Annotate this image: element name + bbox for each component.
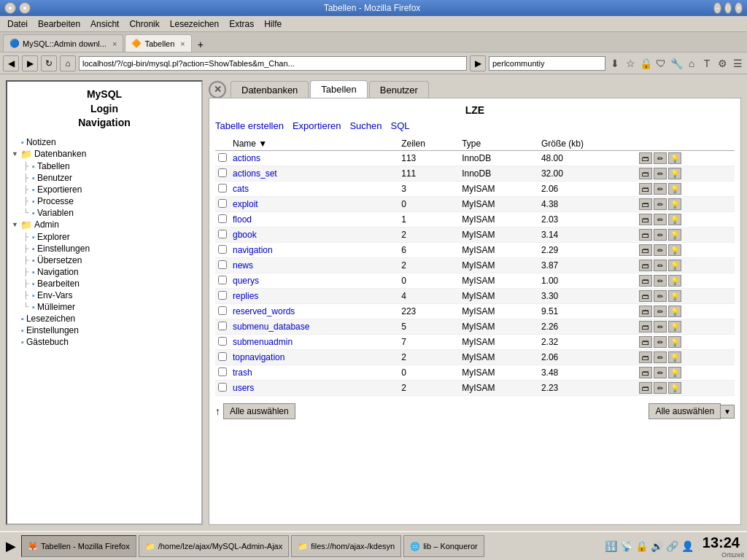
row-browse-icon[interactable]: 🗃	[639, 260, 652, 271]
text-size-icon[interactable]: T	[700, 57, 713, 70]
row-delete-icon[interactable]: 💡	[668, 152, 681, 164]
row-checkbox[interactable]	[218, 168, 227, 177]
row-edit-icon[interactable]: ✏	[654, 183, 667, 195]
col-name[interactable]: Name ▼	[230, 137, 398, 151]
row-checkbox[interactable]	[218, 214, 227, 223]
row-delete-icon[interactable]: 💡	[668, 183, 681, 195]
col-zeilen[interactable]: Zeilen	[398, 137, 459, 151]
row-name-link[interactable]: replies	[233, 291, 258, 301]
sidebar-item-admin[interactable]: ▼ 📁 Admin	[10, 219, 198, 231]
sidebar-item-explorer[interactable]: ├ ▪ Explorer	[22, 231, 198, 243]
tab-tabellen[interactable]: Tabellen	[310, 80, 367, 98]
row-name-link[interactable]: submenu_database	[233, 322, 309, 332]
row-delete-icon[interactable]: 💡	[668, 306, 681, 317]
lock-icon[interactable]: 🔒	[639, 57, 652, 70]
row-edit-icon[interactable]: ✏	[654, 198, 667, 210]
menu-datei[interactable]: Datei	[3, 18, 32, 31]
row-checkbox-cell[interactable]	[215, 365, 230, 381]
row-edit-icon[interactable]: ✏	[654, 214, 667, 225]
sidebar-item-envvars[interactable]: ├ ▪ Env-Vars	[22, 289, 198, 301]
row-browse-icon[interactable]: 🗃	[639, 244, 652, 256]
row-checkbox-cell[interactable]	[215, 273, 230, 289]
row-name-link[interactable]: trash	[233, 368, 252, 378]
row-checkbox-cell[interactable]	[215, 151, 230, 166]
action-sql[interactable]: SQL	[391, 120, 410, 131]
win-close[interactable]: ×	[735, 2, 743, 14]
row-name-link[interactable]: querys	[233, 276, 259, 286]
sidebar-item-navigation[interactable]: ├ ▪ Navigation	[22, 266, 198, 278]
row-delete-icon[interactable]: 💡	[668, 214, 681, 225]
window-controls[interactable]: ● ●	[4, 2, 31, 14]
action-tabelle-erstellen[interactable]: Tabelle erstellen	[215, 120, 284, 131]
row-delete-icon[interactable]: 💡	[668, 168, 681, 179]
row-name-link[interactable]: reserved_words	[233, 306, 295, 316]
sidebar-item-tabellen[interactable]: ├ ▪ Tabellen	[22, 160, 198, 172]
row-delete-icon[interactable]: 💡	[668, 229, 681, 241]
sidebar-item-datenbanken[interactable]: ▼ 📁 Datenbanken	[10, 148, 198, 160]
row-checkbox-cell[interactable]	[215, 304, 230, 319]
row-checkbox[interactable]	[218, 383, 227, 392]
row-checkbox[interactable]	[218, 153, 227, 162]
row-checkbox[interactable]	[218, 184, 227, 192]
bookmark-star-icon[interactable]: ☆	[624, 57, 637, 70]
row-browse-icon[interactable]: 🗃	[639, 214, 652, 225]
row-browse-icon[interactable]: 🗃	[639, 198, 652, 210]
taskbar-task-konqueror[interactable]: 🌐 lib – Konqueror	[403, 535, 484, 557]
win-maximize[interactable]: □	[724, 2, 732, 14]
row-checkbox[interactable]	[218, 260, 227, 269]
row-delete-icon[interactable]: 💡	[668, 321, 681, 332]
row-checkbox[interactable]	[218, 276, 227, 284]
row-checkbox[interactable]	[218, 322, 227, 330]
row-checkbox-cell[interactable]	[215, 381, 230, 396]
sidebar-item-gaestebuch[interactable]: ▪ Gästebuch	[10, 336, 198, 348]
taskbar-start[interactable]: ▶	[3, 538, 19, 554]
tab-tabellen-close[interactable]: ×	[180, 39, 185, 48]
row-edit-icon[interactable]: ✏	[654, 367, 667, 378]
row-browse-icon[interactable]: 🗃	[639, 229, 652, 241]
row-name-link[interactable]: exploit	[233, 199, 258, 209]
tab-benutzer[interactable]: Benutzer	[369, 81, 429, 98]
row-checkbox-cell[interactable]	[215, 319, 230, 335]
row-name-link[interactable]: actions	[233, 153, 260, 163]
row-checkbox-cell[interactable]	[215, 212, 230, 228]
row-browse-icon[interactable]: 🗃	[639, 321, 652, 332]
row-checkbox[interactable]	[218, 352, 227, 361]
tab-datenbanken[interactable]: Datenbanken	[231, 81, 309, 98]
menu-extras[interactable]: Extras	[225, 18, 258, 31]
action-suchen[interactable]: Suchen	[349, 120, 382, 131]
row-delete-icon[interactable]: 💡	[668, 336, 681, 348]
row-checkbox[interactable]	[218, 230, 227, 238]
row-edit-icon[interactable]: ✏	[654, 152, 667, 164]
tools-icon[interactable]: 🔧	[670, 57, 683, 70]
row-name-link[interactable]: flood	[233, 214, 252, 225]
sidebar-item-einstellungen-admin[interactable]: ├ ▪ Einstellungen	[22, 243, 198, 254]
row-checkbox[interactable]	[218, 337, 227, 346]
row-browse-icon[interactable]: 🗃	[639, 168, 652, 179]
row-edit-icon[interactable]: ✏	[654, 306, 667, 317]
sidebar-item-benutzer[interactable]: ├ ▪ Benutzer	[22, 172, 198, 184]
tab-mysql-close[interactable]: ×	[112, 39, 117, 48]
sidebar-item-processe[interactable]: ├ ▪ Processe	[22, 195, 198, 207]
row-checkbox[interactable]	[218, 291, 227, 300]
row-delete-icon[interactable]: 💡	[668, 382, 681, 394]
row-name-link[interactable]: cats	[233, 184, 249, 194]
menu-bearbeiten[interactable]: Bearbeiten	[34, 18, 85, 31]
row-name-link[interactable]: submenuadmin	[233, 337, 293, 347]
menu-lesezeichen[interactable]: Lesezeichen	[166, 18, 223, 31]
row-edit-icon[interactable]: ✏	[654, 351, 667, 363]
taskbar-task-ajax[interactable]: 📁 /home/lze/ajax/MySQL-Admin-Ajax	[139, 535, 290, 557]
row-name-link[interactable]: actions_set	[233, 168, 277, 179]
row-delete-icon[interactable]: 💡	[668, 367, 681, 378]
row-name-link[interactable]: users	[233, 383, 254, 393]
go-btn[interactable]: ▶	[470, 55, 486, 71]
row-edit-icon[interactable]: ✏	[654, 290, 667, 302]
row-edit-icon[interactable]: ✏	[654, 275, 667, 287]
row-browse-icon[interactable]: 🗃	[639, 306, 652, 317]
row-browse-icon[interactable]: 🗃	[639, 336, 652, 348]
row-name-link[interactable]: topnavigation	[233, 352, 285, 362]
sidebar-item-einstellungen[interactable]: ▪ Einstellungen	[10, 324, 198, 336]
sidebar-item-exportieren[interactable]: ├ ▪ Exportieren	[22, 184, 198, 195]
row-name-link[interactable]: navigation	[233, 245, 273, 255]
back-btn[interactable]: ◀	[3, 55, 19, 71]
win-minimize[interactable]: –	[713, 2, 721, 14]
